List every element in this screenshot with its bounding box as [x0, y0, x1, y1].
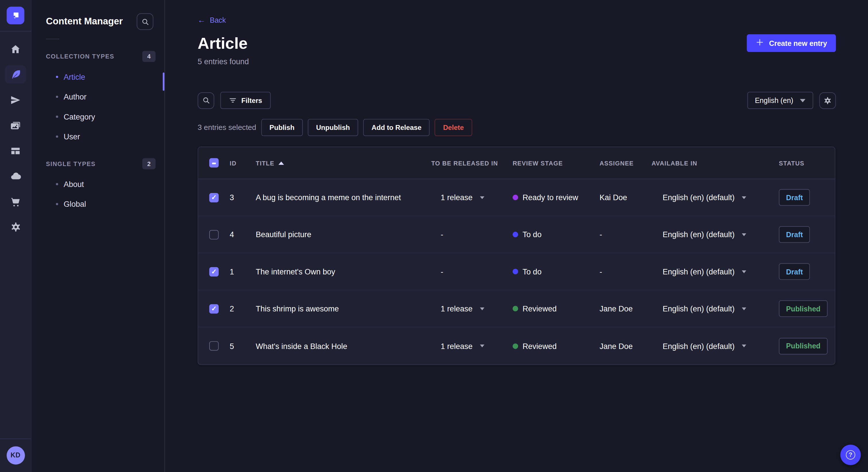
entries-count-text: 5 entries found — [198, 57, 836, 66]
collection-types-section: COLLECTION TYPES 4 Article Author Catego… — [32, 51, 164, 146]
cell-id: 4 — [229, 230, 256, 239]
row-checkbox[interactable] — [209, 230, 219, 239]
table-row[interactable]: 4 Beautiful picture - To do - English (e… — [198, 216, 835, 253]
column-header-title[interactable]: TITLE — [256, 160, 431, 166]
user-avatar[interactable]: KD — [6, 446, 25, 464]
column-header-status[interactable]: STATUS — [779, 160, 824, 166]
search-icon — [202, 96, 210, 105]
filters-button[interactable]: Filters — [220, 92, 271, 109]
cell-available-in[interactable]: English (en) (default) — [652, 267, 779, 276]
row-checkbox[interactable] — [209, 304, 219, 313]
cell-assignee: Jane Doe — [600, 304, 652, 313]
chevron-down-icon — [742, 196, 746, 199]
rail-icon-list — [5, 32, 26, 438]
page-title: Article — [198, 34, 248, 53]
row-checkbox[interactable] — [209, 267, 219, 276]
cell-available-in[interactable]: English (en) (default) — [652, 341, 779, 350]
cell-title: The internet's Own boy — [256, 267, 431, 276]
gear-icon — [823, 96, 832, 105]
app-window: KD Content Manager COLLECTION TYPES 4 Ar… — [0, 0, 868, 472]
sort-ascending-icon — [278, 161, 284, 165]
content-manager-sidebar: Content Manager COLLECTION TYPES 4 Artic… — [32, 0, 165, 472]
cell-release[interactable]: 1 release — [431, 193, 513, 202]
unpublish-button[interactable]: Unpublish — [308, 119, 358, 136]
table-row[interactable]: 2 This shrimp is awesome 1 release Revie… — [198, 291, 835, 328]
locale-select[interactable]: English (en) — [747, 92, 813, 109]
rail-footer: KD — [0, 438, 31, 472]
marketplace-cart-icon[interactable] — [5, 193, 26, 211]
content-manager-icon[interactable] — [5, 65, 26, 84]
bullet-icon — [56, 203, 58, 205]
cell-review-stage: Reviewed — [513, 341, 600, 350]
cell-available-in[interactable]: English (en) (default) — [652, 193, 779, 202]
back-link[interactable]: ← Back — [198, 15, 226, 24]
sidebar-title: Content Manager — [46, 16, 123, 27]
table-row[interactable]: 3 A bug is becoming a meme on the intern… — [198, 179, 835, 216]
sidebar-item-article[interactable]: Article — [32, 67, 164, 87]
content-type-builder-icon[interactable] — [5, 142, 26, 160]
media-library-icon[interactable] — [5, 116, 26, 134]
sidebar-item-about[interactable]: About — [32, 174, 164, 194]
status-badge: Draft — [779, 226, 810, 243]
cell-release[interactable]: 1 release — [431, 341, 513, 350]
cell-review-stage: Reviewed — [513, 304, 600, 313]
cell-assignee: - — [600, 267, 652, 276]
row-checkbox[interactable] — [209, 193, 219, 202]
create-new-entry-button[interactable]: Create new entry — [747, 34, 836, 52]
nav-rail: KD — [0, 0, 32, 472]
table-row[interactable]: 1 The internet's Own boy - To do - Engli… — [198, 253, 835, 290]
cloud-icon[interactable] — [5, 167, 26, 185]
bullet-icon — [56, 115, 58, 118]
table-row[interactable]: 5 What's inside a Black Hole 1 release R… — [198, 328, 835, 365]
status-badge: Published — [779, 338, 828, 354]
search-entries-button[interactable] — [198, 92, 214, 109]
bullet-icon — [56, 136, 58, 138]
cell-release[interactable]: 1 release — [431, 304, 513, 313]
strapi-logo[interactable] — [7, 7, 24, 24]
bullet-icon — [56, 96, 58, 98]
stage-dot-icon — [513, 306, 518, 311]
select-all-checkbox[interactable] — [209, 158, 219, 168]
settings-gear-icon[interactable] — [5, 218, 26, 236]
main-content: ← Back Article Create new entry 5 entrie… — [165, 0, 868, 472]
column-header-review-stage[interactable]: REVIEW STAGE — [513, 160, 600, 166]
releases-icon[interactable] — [5, 91, 26, 109]
delete-button[interactable]: Delete — [435, 119, 472, 136]
selection-count-text: 3 entries selected — [198, 123, 256, 132]
cell-release: - — [431, 267, 513, 276]
cell-id: 5 — [229, 341, 256, 350]
publish-button[interactable]: Publish — [261, 119, 303, 136]
sidebar-item-category[interactable]: Category — [32, 107, 164, 127]
filter-icon — [229, 96, 237, 105]
sidebar-item-user[interactable]: User — [32, 127, 164, 146]
cell-review-stage: Ready to review — [513, 193, 600, 202]
column-header-release[interactable]: TO BE RELEASED IN — [431, 160, 513, 166]
active-item-indicator — [163, 72, 164, 91]
row-checkbox[interactable] — [209, 341, 219, 351]
plus-icon — [756, 38, 764, 48]
cell-title: What's inside a Black Hole — [256, 341, 431, 350]
home-icon[interactable] — [5, 40, 26, 58]
cell-id: 3 — [229, 193, 256, 202]
column-header-id[interactable]: ID — [229, 160, 256, 166]
strapi-logo-icon — [11, 11, 20, 20]
column-header-assignee[interactable]: ASSIGNEE — [600, 160, 652, 166]
cell-assignee: Jane Doe — [600, 341, 652, 350]
logo-container — [0, 0, 31, 32]
stage-dot-icon — [513, 343, 518, 349]
stage-dot-icon — [513, 232, 518, 237]
help-button[interactable] — [840, 444, 861, 465]
sidebar-item-author[interactable]: Author — [32, 87, 164, 107]
sidebar-item-global[interactable]: Global — [32, 194, 164, 214]
sidebar-search-button[interactable] — [136, 13, 153, 30]
cell-available-in[interactable]: English (en) (default) — [652, 304, 779, 313]
single-types-label: SINGLE TYPES — [46, 160, 96, 167]
cell-available-in[interactable]: English (en) (default) — [652, 230, 779, 239]
chevron-down-icon — [479, 196, 484, 199]
add-to-release-button[interactable]: Add to Release — [363, 119, 430, 136]
bullet-icon — [56, 76, 58, 78]
column-header-available-in[interactable]: AVAILABLE IN — [652, 160, 779, 166]
chevron-down-icon — [800, 99, 805, 102]
view-settings-button[interactable] — [819, 92, 836, 109]
chevron-down-icon — [742, 270, 746, 273]
